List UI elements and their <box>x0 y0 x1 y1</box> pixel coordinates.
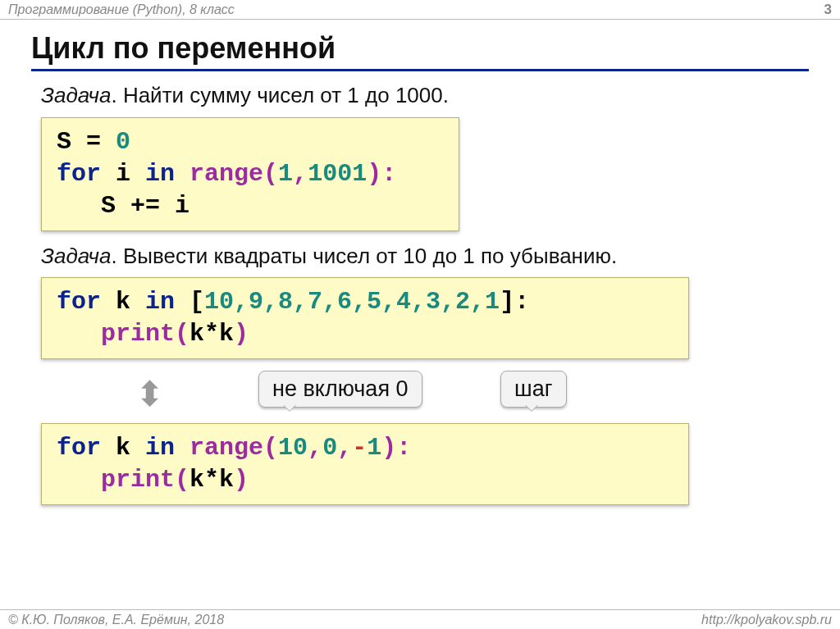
code2-close: ]: <box>500 288 529 316</box>
code1-for: for <box>57 160 101 188</box>
code-block-2: for k in [10,9,8,7,6,5,4,3,2,1]: print(k… <box>41 277 689 359</box>
task-2-label: Задача <box>41 244 111 268</box>
code3-n2: 0 <box>322 434 337 462</box>
callout-row: ⬍ не включая 0 шаг <box>41 371 799 417</box>
code1-n2: 1001 <box>308 160 367 188</box>
code3-neg: - <box>352 434 367 462</box>
code2-var: k <box>101 288 145 316</box>
code3-in: in <box>145 434 175 462</box>
slide-body: Задача. Найти сумму чисел от 1 до 1000. … <box>41 79 799 517</box>
task-2-text: . Вывести квадраты чисел от 10 до 1 по у… <box>111 244 617 268</box>
header-bar: Программирование (Python), 8 класс 3 <box>0 0 840 20</box>
code2-for: for <box>57 288 101 316</box>
footer-bar: © К.Ю. Поляков, Е.А. Ерёмин, 2018 http:/… <box>0 609 840 629</box>
task-2: Задача. Вывести квадраты чисел от 10 до … <box>41 243 799 270</box>
code3-c2: , <box>337 434 352 462</box>
course-label: Программирование (Python), 8 класс <box>8 2 235 17</box>
code2-nums: 10,9,8,7,6,5,4,3,2,1 <box>204 288 500 316</box>
code3-print: print( <box>101 466 189 494</box>
code3-close: ): <box>381 434 411 462</box>
code-block-3: for k in range(10,0,-1): print(k*k) <box>41 423 689 505</box>
code1-in: in <box>145 160 175 188</box>
code1-zero: 0 <box>116 128 130 156</box>
updown-arrow-icon: ⬍ <box>135 377 164 412</box>
task-1: Задача. Найти сумму чисел от 1 до 1000. <box>41 82 799 109</box>
code2-ind <box>57 320 101 348</box>
code1-var: i <box>101 160 145 188</box>
code3-arg: k*k <box>189 466 234 494</box>
footer-copyright: © К.Ю. Поляков, Е.А. Ерёмин, 2018 <box>8 613 224 627</box>
code2-open: [ <box>175 288 204 316</box>
code1-range: range( <box>189 160 278 188</box>
page-number: 3 <box>824 2 832 18</box>
code3-range: range( <box>189 434 278 462</box>
code1-l1a: S = <box>57 128 116 156</box>
code3-n3: 1 <box>367 434 381 462</box>
footer-url: http://kpolyakov.spb.ru <box>701 613 832 627</box>
task-1-text: . Найти сумму чисел от 1 до 1000. <box>111 83 449 107</box>
callout-not-including-zero: не включая 0 <box>258 371 422 408</box>
code2-print: print( <box>101 320 189 348</box>
code2-arg: k*k <box>189 320 234 348</box>
code2-printclose: ) <box>234 320 249 348</box>
code3-n1: 10 <box>278 434 308 462</box>
code-block-1: S = 0 for i in range(1,1001): S += i <box>41 117 459 231</box>
callout-step: шаг <box>500 371 567 408</box>
task-1-label: Задача <box>41 83 111 107</box>
slide: Программирование (Python), 8 класс 3 Цик… <box>0 0 840 629</box>
code3-c1: , <box>308 434 322 462</box>
code2-in: in <box>145 288 175 316</box>
code1-close: ): <box>367 160 396 188</box>
code1-l3: S += i <box>57 192 189 220</box>
code1-n1: 1 <box>278 160 293 188</box>
code3-printclose: ) <box>234 466 249 494</box>
slide-title: Цикл по переменной <box>31 31 809 71</box>
code1-c: , <box>293 160 308 188</box>
code3-for: for <box>57 434 101 462</box>
code3-ind <box>57 466 101 494</box>
code1-sp <box>175 160 189 188</box>
code3-var: k <box>101 434 145 462</box>
code3-sp <box>175 434 189 462</box>
